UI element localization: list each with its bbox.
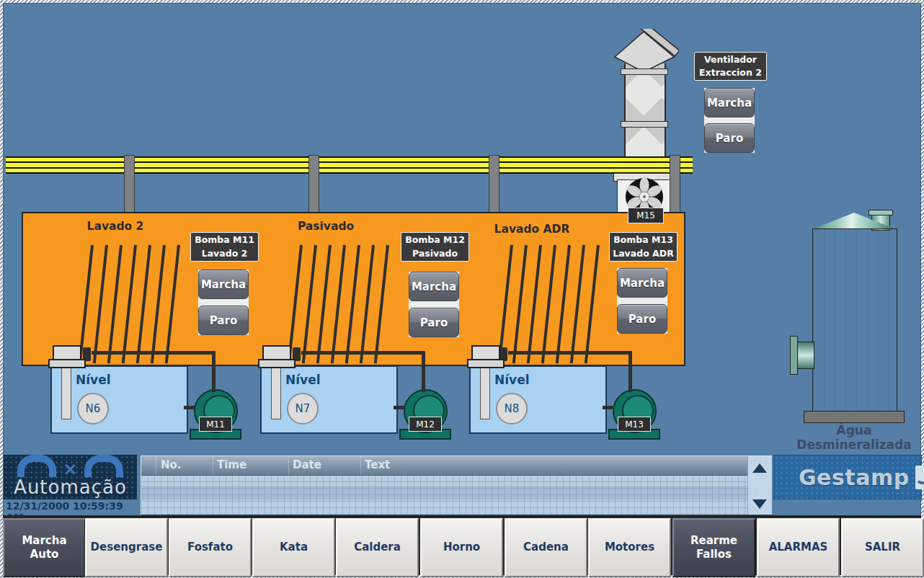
pump-m12-controls: Marcha Paro (409, 272, 459, 337)
alarm-message-window: No. Time Date Text (141, 455, 772, 515)
gestamp-wordmark: Gestamp (799, 465, 910, 490)
alarm-row (141, 486, 747, 500)
ventilation-title: Ventilador Extraccion 2 (694, 52, 767, 81)
pump-m11-paro-button[interactable]: Paro (198, 306, 249, 335)
level-label-3: Nível (494, 373, 530, 387)
nav-caldera-button[interactable]: Caldera (336, 518, 419, 577)
alarm-col-text: Text (365, 458, 390, 471)
ventilation-marcha-button[interactable]: Marcha (704, 88, 755, 117)
pipe (394, 406, 405, 409)
fan-motor-tag: M15 (628, 208, 664, 223)
pipe (92, 351, 216, 355)
storage-tank-pipe (796, 342, 814, 369)
logo-x-icon: × (63, 461, 78, 477)
storage-tank-nozzle-flange (869, 210, 893, 215)
column-divider (213, 456, 213, 475)
alarm-table-header: No. Time Date Text (141, 456, 747, 476)
level-probe-rod (271, 367, 281, 419)
nav-marcha-auto-button[interactable]: Marcha Auto (3, 518, 86, 577)
pump-m11-controls: Marcha Paro (198, 270, 249, 335)
nav-horno-button[interactable]: Horno (420, 518, 503, 577)
hanger-rack (91, 245, 193, 364)
pump-m12-title: Bomba M12 Pasivado (401, 232, 469, 262)
automacao-logo-panel: × Automação (4, 455, 137, 499)
alarm-table: No. Time Date Text (141, 456, 747, 515)
column-divider (156, 456, 156, 475)
hanger-rack (300, 245, 402, 364)
level-label-2: Nível (285, 373, 321, 387)
pipe (212, 351, 216, 392)
pump-m13-marcha-button[interactable]: Marcha (617, 268, 667, 298)
rail-post (124, 155, 135, 214)
level-sensor-n6: N6 (77, 393, 109, 424)
section-label-lavado-adr: Lavado ADR (481, 223, 582, 236)
scroll-down-icon[interactable] (752, 499, 767, 509)
hanger-rack (510, 245, 613, 364)
pump-m11-marcha-button[interactable]: Marcha (198, 270, 249, 299)
level-probe-rod (61, 367, 71, 419)
pump-m13-controls: Marcha Paro (617, 268, 667, 334)
nav-fosfato-button[interactable]: Fosfato (169, 518, 252, 577)
navigation-bar: Marcha Auto Desengrase Fosfato Kata Cald… (3, 515, 921, 575)
level-label-1: Nível (76, 373, 111, 387)
pipe (603, 406, 614, 409)
pump-m11-tag: M11 (199, 417, 232, 432)
nav-rearme-fallos-button[interactable]: Rearme Fallos (672, 518, 755, 577)
alarm-col-no: No. (161, 458, 182, 471)
pipe (508, 351, 632, 355)
chimney-flange (621, 68, 668, 75)
ventilation-controls: Marcha Paro (704, 88, 755, 153)
rail-post (489, 155, 499, 214)
level-sensor-n7: N7 (287, 393, 319, 424)
overhead-rail (6, 156, 693, 174)
storage-tank-pipe-flange (790, 336, 798, 375)
hmi-screen: M15 Ventilador Extraccion 2 Marcha Paro … (0, 0, 924, 578)
gestamp-logo-icon (915, 466, 924, 489)
rail-post (670, 155, 680, 214)
nav-motores-button[interactable]: Motores (588, 518, 671, 577)
chimney-hood (611, 29, 679, 74)
pump-m13-title: Bomba M13 Lavado ADR (609, 232, 678, 262)
column-divider (360, 456, 361, 475)
level-probe-plate (467, 359, 505, 368)
pump-m12-marcha-button[interactable]: Marcha (409, 272, 459, 301)
scroll-up-icon[interactable] (752, 463, 767, 473)
nav-cadena-button[interactable]: Cadena (505, 518, 587, 577)
storage-tank (812, 228, 897, 414)
nav-desengrase-button[interactable]: Desengrase (85, 518, 168, 577)
pipe (422, 351, 425, 392)
logo-arch-icon (84, 455, 123, 477)
pump-m12-tag: M12 (409, 417, 442, 432)
ventilation-paro-button[interactable]: Paro (704, 123, 755, 153)
pipe (184, 406, 195, 409)
pump-m12-paro-button[interactable]: Paro (409, 308, 459, 337)
level-probe-plate (258, 359, 296, 368)
level-probe-rod (480, 367, 490, 419)
storage-tank-label: Água Desmineralizada (793, 424, 915, 452)
automacao-wordmark: Automação (14, 477, 127, 498)
pump-m13-tag: M13 (618, 417, 651, 432)
logo-arch-icon (17, 455, 56, 477)
level-sensor-n8: N8 (496, 393, 528, 424)
alarm-list[interactable] (141, 476, 747, 515)
nav-kata-button[interactable]: Kata (252, 518, 335, 577)
rail-post (308, 155, 319, 214)
section-label-lavado2: Lavado 2 (65, 220, 166, 233)
nav-salir-button[interactable]: SALIR (841, 518, 924, 577)
nxn-logo-icon: × (17, 458, 123, 477)
gestamp-brand-panel: Gestamp (773, 455, 922, 499)
alarm-col-time: Time (217, 458, 246, 471)
alarm-col-date: Date (293, 458, 321, 471)
alarm-scrollbar[interactable] (747, 456, 772, 515)
chimney-flange (621, 121, 668, 128)
pipe (628, 351, 632, 392)
section-label-pasivado: Pasivado (275, 220, 376, 233)
nav-alarmas-button[interactable]: ALARMAS (757, 518, 840, 577)
column-divider (288, 456, 289, 475)
pipe (301, 351, 425, 355)
storage-tank-base (804, 411, 905, 423)
level-probe-plate (48, 359, 86, 368)
pump-m13-paro-button[interactable]: Paro (617, 304, 667, 334)
pump-m11-title: Bomba M11 Lavado 2 (190, 232, 259, 262)
